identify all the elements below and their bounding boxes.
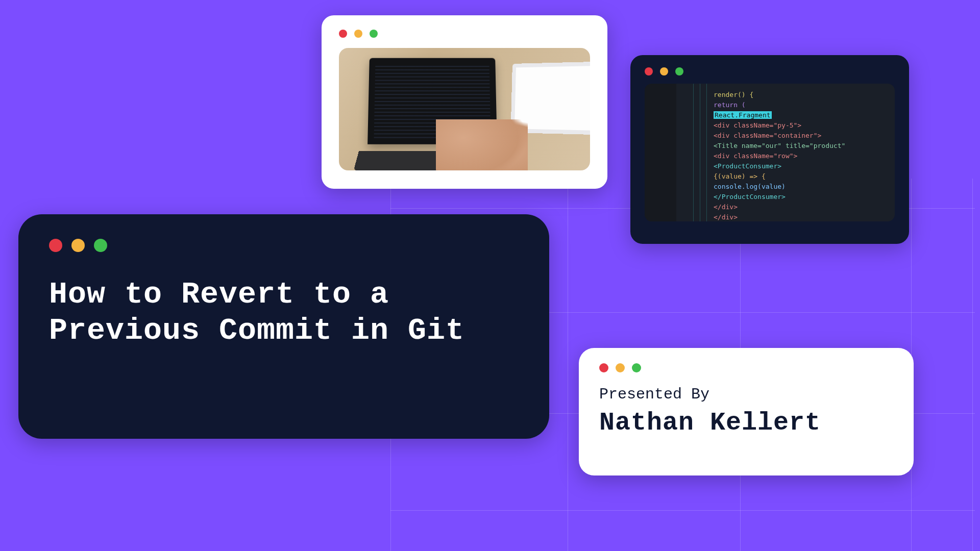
minimize-icon [660,67,668,76]
author-name: Nathan Kellert [599,408,893,437]
maximize-icon [94,239,107,252]
close-icon [49,239,62,252]
maximize-icon [632,363,641,372]
window-controls [339,30,590,38]
code-window: render() { return ( React.Fragment <div … [630,55,909,244]
code-editor-image: render() { return ( React.Fragment <div … [645,84,895,221]
window-controls [645,67,895,76]
title-window: How to Revert to a Previous Commit in Gi… [18,214,549,439]
presenter-window: Presented By Nathan Kellert [579,348,914,475]
close-icon [339,30,347,38]
minimize-icon [71,239,85,252]
close-icon [599,363,608,372]
page-title: How to Revert to a Previous Commit in Gi… [49,277,519,349]
code-text: render() { return ( React.Fragment <div … [714,90,891,221]
laptop-photo [339,48,590,170]
minimize-icon [616,363,625,372]
maximize-icon [675,67,683,76]
minimize-icon [354,30,362,38]
close-icon [645,67,653,76]
photo-window [322,15,607,189]
maximize-icon [370,30,378,38]
window-controls [599,363,893,372]
presented-by-label: Presented By [599,386,893,403]
window-controls [49,239,519,252]
